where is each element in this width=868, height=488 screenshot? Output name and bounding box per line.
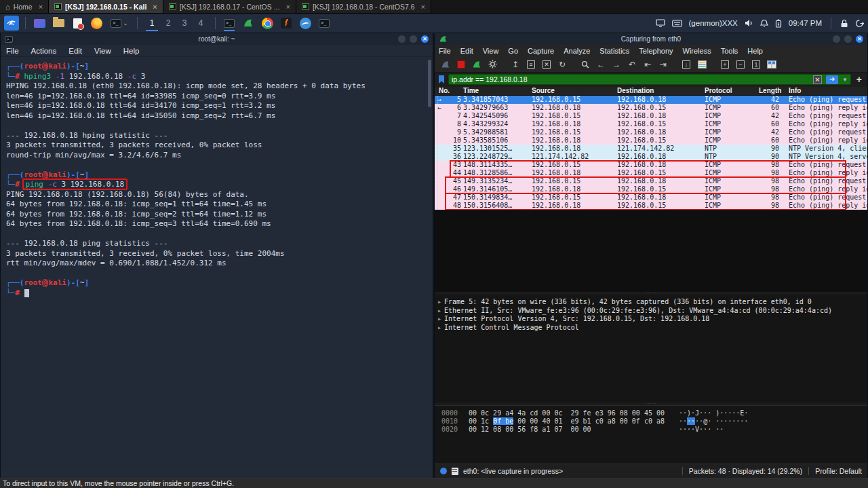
goto-packet-button[interactable]: ↶ <box>625 58 639 71</box>
detail-line[interactable]: ▸Frame 5: 42 bytes on wire (336 bits), 4… <box>437 298 865 307</box>
column-header[interactable]: Length <box>759 87 789 95</box>
find-packet-button[interactable] <box>578 58 592 71</box>
volume-icon[interactable] <box>745 19 753 27</box>
last-packet-button[interactable]: ⇥ <box>656 58 670 71</box>
packet-row[interactable]: 84.343299324192.168.0.18192.168.0.15ICMP… <box>435 120 867 128</box>
packet-row[interactable]: 74.342545096192.168.0.15192.168.0.18ICMP… <box>435 112 867 120</box>
battery-icon[interactable] <box>775 19 782 28</box>
taskbar-window-chrome[interactable] <box>260 16 275 31</box>
detail-line[interactable]: ▸Internet Control Message Protocol <box>437 324 865 333</box>
close-file-button[interactable]: ✕ <box>540 58 553 71</box>
next-packet-button[interactable]: → <box>610 58 623 71</box>
launcher-firefox[interactable] <box>89 16 104 31</box>
reload-button[interactable]: ↻ <box>555 58 569 71</box>
terminal-scrollbar[interactable] <box>428 60 431 107</box>
clear-filter-icon[interactable]: ✕ <box>813 75 822 84</box>
display-icon[interactable] <box>656 19 665 27</box>
maximize-button[interactable] <box>844 35 852 43</box>
detail-line[interactable]: ▸Ethernet II, Src: VMware_fe:e3:96 (00:0… <box>437 307 865 316</box>
workspace-button[interactable]: 3 <box>176 16 193 31</box>
apply-filter-icon[interactable]: ➜ <box>826 75 838 84</box>
vm-tab[interactable]: [KSJ] 192.168.0.17 - CentOS ...× <box>163 0 296 13</box>
stop-capture-button[interactable] <box>454 58 468 71</box>
vm-tab[interactable]: [KSJ] 192.168.0.15 - Kali× <box>49 0 163 13</box>
clock[interactable]: 09:47 PM <box>789 19 822 27</box>
menu-item[interactable]: Capture <box>524 45 558 56</box>
workspace-button[interactable]: 2 <box>160 16 176 31</box>
hex-line[interactable]: 001000 1c 0f be 00 00 40 01 e9 b1 c0 a8 … <box>441 417 867 426</box>
launcher-file-manager[interactable] <box>51 16 66 31</box>
packet-row[interactable]: 46149.3146105…192.168.0.18192.168.0.15IC… <box>435 185 867 193</box>
minimize-button[interactable] <box>398 35 406 43</box>
packet-row[interactable]: 36123.2248729…121.174.142.82192.168.0.18… <box>435 153 867 161</box>
logout-icon[interactable] <box>855 19 864 28</box>
start-capture-button[interactable] <box>439 58 452 71</box>
filter-dropdown-caret[interactable]: ▼ <box>842 77 848 83</box>
menu-item[interactable]: Go <box>504 45 522 56</box>
taskbar-window-wireshark[interactable] <box>241 16 256 31</box>
column-header[interactable]: Info <box>789 87 867 95</box>
launcher-text-editor[interactable] <box>70 16 85 31</box>
menu-item[interactable]: File <box>435 45 455 56</box>
kali-menu-button[interactable] <box>4 16 19 31</box>
menu-item[interactable]: Edit <box>456 45 477 56</box>
save-file-button[interactable]: ≡ <box>524 58 538 71</box>
detail-line[interactable]: ▸Internet Protocol Version 4, Src: 192.1… <box>437 315 865 324</box>
menu-item[interactable]: View <box>479 45 503 56</box>
packet-details-pane[interactable]: ▸Frame 5: 42 bytes on wire (336 bits), 4… <box>435 295 867 402</box>
filter-bookmark-icon[interactable] <box>437 75 446 84</box>
packet-row[interactable]: →53.341857043192.168.0.15192.168.0.18ICM… <box>435 96 867 104</box>
menu-item[interactable]: File <box>1 45 24 56</box>
profile-label[interactable]: Profile: Default <box>815 467 862 475</box>
notification-bell-icon[interactable] <box>760 19 768 28</box>
display-filter-input[interactable] <box>452 75 809 83</box>
menu-item[interactable]: Telephony <box>635 45 677 56</box>
wireshark-titlebar[interactable]: Capturing from eth0 ✕ <box>435 33 867 45</box>
open-file-button[interactable]: ↥ <box>509 58 522 71</box>
column-header[interactable]: Source <box>532 87 617 95</box>
terminal-output[interactable]: Home ┌──(root@kali)-[~]└─# hping3 -1 192… <box>1 57 433 478</box>
menu-item[interactable]: Wireless <box>679 45 715 56</box>
close-button[interactable]: ✕ <box>856 35 863 43</box>
taskbar-window-terminal[interactable]: >_ <box>222 16 237 31</box>
taskbar-window-app1[interactable] <box>279 16 294 31</box>
capture-options-button[interactable] <box>486 58 499 71</box>
colorize-button[interactable] <box>695 58 709 71</box>
menu-item[interactable]: Help <box>118 45 145 56</box>
close-button[interactable]: ✕ <box>421 35 429 43</box>
packet-row[interactable]: 48150.3156408…192.168.0.18192.168.0.15IC… <box>435 202 867 210</box>
menu-item[interactable]: Edit <box>63 45 87 56</box>
terminal-titlebar[interactable]: >_ root@kali: ~ ✕ <box>1 33 433 45</box>
column-header[interactable]: Destination <box>617 87 705 95</box>
launcher-window-app[interactable] <box>32 16 47 31</box>
vm-tab[interactable]: [KSJ] 192.168.0.18 - CentOS7.6× <box>296 0 431 13</box>
display-filter-field[interactable]: ✕ ➜ ▼ <box>448 74 851 85</box>
launcher-terminal-dropdown[interactable]: >_⌄ <box>108 16 131 31</box>
packet-bytes-pane[interactable]: 000000 0c 29 a4 4a cd 00 0c 29 fe e3 96 … <box>435 405 867 464</box>
hex-line[interactable]: 002000 12 08 00 56 f8 a1 07 00 00····V··… <box>441 426 867 434</box>
packet-row[interactable]: 105.343585106192.168.0.18192.168.0.15ICM… <box>435 136 867 145</box>
first-packet-button[interactable]: ⇤ <box>641 58 654 71</box>
keyboard-icon[interactable] <box>672 20 682 27</box>
expand-arrow-icon[interactable]: ▸ <box>437 307 444 314</box>
workspace-button[interactable]: 4 <box>193 16 209 31</box>
zoom-in-button[interactable]: + <box>718 58 732 71</box>
zoom-out-button[interactable]: − <box>734 58 747 71</box>
expand-arrow-icon[interactable]: ▸ <box>437 324 444 331</box>
taskbar-window-terminal2[interactable]: >_ <box>317 16 332 31</box>
taskbar-window-app2[interactable] <box>298 16 313 31</box>
capture-comment-icon[interactable] <box>452 468 458 475</box>
lock-icon[interactable] <box>840 19 848 28</box>
expand-arrow-icon[interactable]: ▸ <box>437 298 444 305</box>
packet-row[interactable]: 95.342988581192.168.0.15192.168.0.18ICMP… <box>435 128 867 136</box>
packet-row[interactable]: 45149.3135234…192.168.0.15192.168.0.18IC… <box>435 177 867 185</box>
menu-item[interactable]: Help <box>743 45 767 56</box>
restart-capture-button[interactable] <box>470 58 484 71</box>
close-tab-icon[interactable]: × <box>39 3 43 11</box>
column-header[interactable]: Time <box>463 87 532 95</box>
packet-row[interactable]: 47150.3149834…192.168.0.15192.168.0.18IC… <box>435 193 867 202</box>
menu-item[interactable]: Statistics <box>595 45 633 56</box>
packet-row[interactable]: ←63.342979663192.168.0.18192.168.0.15ICM… <box>435 104 867 112</box>
packet-row[interactable]: 43148.3114335…192.168.0.15192.168.0.18IC… <box>435 161 867 169</box>
expand-arrow-icon[interactable]: ▸ <box>437 315 444 322</box>
